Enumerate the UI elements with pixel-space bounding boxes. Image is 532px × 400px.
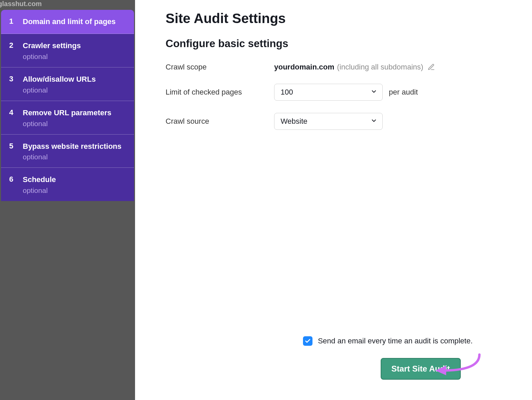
edit-icon[interactable] <box>428 63 435 71</box>
nav-label: Bypass website restrictions <box>23 141 121 152</box>
nav-number: 5 <box>9 141 15 152</box>
crawl-scope-label: Crawl scope <box>166 63 274 72</box>
nav-label: Allow/disallow URLs <box>23 74 96 85</box>
footer: Send an email every time an audit is com… <box>166 336 508 386</box>
nav-number: 6 <box>9 174 15 185</box>
nav-number: 2 <box>9 40 15 51</box>
nav-list: 1 Domain and limit of pages 2 Crawler se… <box>1 10 134 201</box>
crawl-scope-value: yourdomain.com (including all subdomains… <box>274 63 435 72</box>
nav-optional: optional <box>23 53 81 61</box>
nav-label: Remove URL parameters <box>23 107 111 118</box>
crawl-scope-domain: yourdomain.com <box>274 63 334 72</box>
section-title: Configure basic settings <box>166 38 508 50</box>
limit-pages-select[interactable]: 100 <box>274 84 383 101</box>
crawl-source-value: Website <box>281 117 307 126</box>
settings-sidebar: glasshut.com 1 Domain and limit of pages… <box>0 0 135 400</box>
domain-label: glasshut.com <box>0 0 135 10</box>
crawl-source-select[interactable]: Website <box>274 113 383 130</box>
nav-optional: optional <box>23 86 96 94</box>
nav-number: 1 <box>9 16 15 27</box>
nav-optional: optional <box>23 153 121 161</box>
limit-pages-suffix: per audit <box>389 88 418 97</box>
limit-pages-value: 100 <box>281 88 293 97</box>
email-checkbox-row: Send an email every time an audit is com… <box>303 336 473 346</box>
crawl-scope-row: Crawl scope yourdomain.com (including al… <box>166 63 508 72</box>
nav-label: Schedule <box>23 174 56 185</box>
nav-item-remove-url-params[interactable]: 4 Remove URL parameters optional <box>1 101 134 135</box>
nav-item-schedule[interactable]: 6 Schedule optional <box>1 168 134 201</box>
check-icon <box>305 338 311 344</box>
crawl-source-label: Crawl source <box>166 117 274 126</box>
crawl-source-row: Crawl source Website <box>166 113 508 130</box>
nav-label: Crawler settings <box>23 40 81 51</box>
crawl-scope-note: (including all subdomains) <box>337 63 423 72</box>
nav-number: 3 <box>9 74 15 84</box>
main-content: Site Audit Settings Configure basic sett… <box>135 0 532 400</box>
nav-item-crawler-settings[interactable]: 2 Crawler settings optional <box>1 34 134 67</box>
nav-item-domain-limit[interactable]: 1 Domain and limit of pages <box>1 10 134 34</box>
limit-pages-row: Limit of checked pages 100 per audit <box>166 84 508 101</box>
limit-pages-label: Limit of checked pages <box>166 88 274 97</box>
page-title: Site Audit Settings <box>166 11 508 26</box>
nav-optional: optional <box>23 120 111 128</box>
nav-label: Domain and limit of pages <box>23 16 116 27</box>
email-checkbox-label: Send an email every time an audit is com… <box>318 337 473 345</box>
nav-optional: optional <box>23 186 56 195</box>
nav-number: 4 <box>9 107 15 118</box>
nav-item-allow-disallow[interactable]: 3 Allow/disallow URLs optional <box>1 67 134 101</box>
email-checkbox[interactable] <box>303 336 312 346</box>
start-site-audit-button[interactable]: Start Site Audit <box>381 358 461 380</box>
nav-item-bypass-restrictions[interactable]: 5 Bypass website restrictions optional <box>1 135 134 168</box>
